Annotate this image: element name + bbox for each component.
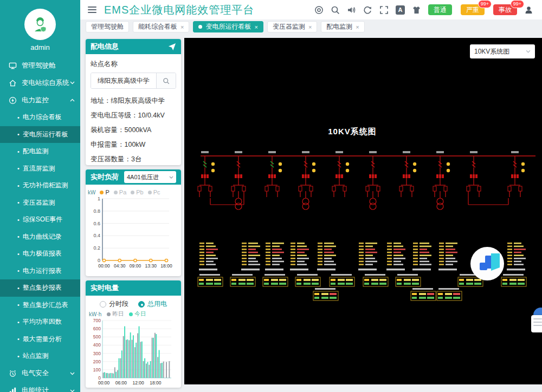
single-line-diagram xyxy=(184,38,542,384)
svg-text:400: 400 xyxy=(93,342,101,348)
refresh-icon[interactable] xyxy=(363,5,372,15)
tab-bar: 管理驾驶舱能耗综合看板×变电所运行看板×变压器监测×配电监测× xyxy=(80,19,542,34)
sidebar-subitem[interactable]: •电力曲线记录 xyxy=(0,228,80,246)
tab-close-icon[interactable]: × xyxy=(308,24,312,30)
svg-text:0.4: 0.4 xyxy=(93,233,100,238)
legend-item-pc[interactable]: Pc xyxy=(148,189,160,195)
realtime-load-card: 实时负荷 4A01低压进 kW P Pa Pb Pc 00.20.40.60.8… xyxy=(86,169,181,276)
badge-count: 99+ xyxy=(478,0,492,8)
svg-text:100: 100 xyxy=(93,367,101,373)
sidebar-item[interactable]: 电气安全 xyxy=(0,365,80,382)
radio-total-usage[interactable]: 总用电 xyxy=(138,299,167,309)
sld-diagram-select[interactable]: 10KV系统图 xyxy=(470,44,535,58)
badge-count: 99+ xyxy=(511,0,524,8)
hamburger-menu-icon[interactable] xyxy=(88,6,96,13)
site-name-label: 站点名称 xyxy=(91,60,176,69)
meeting-logo[interactable] xyxy=(470,247,504,280)
sidebar-subitem[interactable]: •整点集抄汇总表 xyxy=(0,297,80,314)
status-badge[interactable]: 严重99+ xyxy=(461,4,485,15)
transformer-count: 变压器数量：3台 xyxy=(91,152,176,165)
legend-item-pa[interactable]: Pa xyxy=(114,189,126,195)
load-feeder-select[interactable]: 4A01低压进 xyxy=(124,171,176,183)
voltage-level: 变电电压等级：10/0.4kV xyxy=(91,108,176,123)
legend-item-yesterday[interactable]: 昨日 xyxy=(107,310,124,318)
svg-text:1: 1 xyxy=(98,196,100,201)
sidebar-subitem[interactable]: •站点监测 xyxy=(0,348,80,365)
search-icon[interactable] xyxy=(331,5,340,15)
svg-text:500: 500 xyxy=(93,334,101,339)
legend-item-pb[interactable]: Pb xyxy=(131,189,143,195)
sidebar-subitem[interactable]: •变压器监测 xyxy=(0,194,80,212)
avatar xyxy=(24,9,56,40)
sidebar-item[interactable]: 变电站综自系统 xyxy=(0,74,80,92)
tab-item[interactable]: 配电监测× xyxy=(321,21,364,32)
sidebar-subitem[interactable]: •电力极值报表 xyxy=(0,245,80,263)
svg-text:06:00: 06:00 xyxy=(115,380,127,386)
font-size-icon[interactable]: A xyxy=(396,5,405,15)
sidebar-subitem[interactable]: •综保SOE事件 xyxy=(0,211,80,228)
sidebar-subitem[interactable]: •电力综合看板 xyxy=(0,109,80,126)
svg-text:18:00: 18:00 xyxy=(160,263,172,269)
content: 配电信息 站点名称 地址：绵阳东辰高级中学 变电电压等级：10/0.4kV 装机… xyxy=(80,34,542,392)
sidebar: admin 管理驾驶舱变电站综自系统电力监控•电力综合看板•变电所运行看板•配电… xyxy=(0,0,80,392)
svg-text:0: 0 xyxy=(98,258,100,263)
sidebar-subitem[interactable]: •变电所运行看板 xyxy=(0,126,80,143)
site-search-button[interactable] xyxy=(156,73,176,88)
realtime-energy-card: 实时电量 分时段 总用电 kW·h 昨日 今日 0100200300400500… xyxy=(86,280,181,388)
power-icon xyxy=(9,96,17,104)
sidebar-subitem[interactable]: •平均功率因数 xyxy=(0,313,80,331)
sidebar-subitem[interactable]: •最大需量分析 xyxy=(0,331,80,348)
tab-close-icon[interactable]: × xyxy=(180,24,184,30)
tab-item[interactable]: 管理驾驶舱 xyxy=(86,21,129,32)
realtime-energy-title: 实时电量 xyxy=(91,283,119,293)
load-unit-label: kW xyxy=(88,190,95,195)
sidebar-subitem[interactable]: •整点集抄报表 xyxy=(0,279,80,297)
safety-icon xyxy=(9,369,17,377)
sidebar-menu: 管理驾驶舱变电站综自系统电力监控•电力综合看板•变电所运行看板•配电监测•直流屏… xyxy=(0,57,80,392)
site-address: 地址：绵阳东辰高级中学 xyxy=(91,94,176,108)
sidebar-subitem[interactable]: •直流屏监测 xyxy=(0,160,80,178)
svg-text:09:00: 09:00 xyxy=(130,263,141,269)
fullscreen-icon[interactable] xyxy=(379,5,389,15)
topbar: EMS企业微电网能效管理平台 A 普通严重99+事故99+ xyxy=(80,0,542,19)
stats-icon xyxy=(9,387,17,392)
user-icon[interactable] xyxy=(524,5,533,15)
target-icon[interactable] xyxy=(314,5,324,15)
svg-text:00:00: 00:00 xyxy=(98,263,110,269)
status-badge[interactable]: 事故99+ xyxy=(493,4,517,15)
alarm-badges: 普通严重99+事故99+ xyxy=(428,4,517,15)
send-icon[interactable] xyxy=(168,43,176,51)
radio-by-period[interactable]: 分时段 xyxy=(100,299,128,309)
legend-item-today[interactable]: 今日 xyxy=(129,310,146,318)
floating-helper[interactable] xyxy=(526,306,542,337)
sidebar-subitem[interactable]: •无功补偿柜监测 xyxy=(0,177,80,194)
legend-item-p[interactable]: P xyxy=(100,189,109,195)
dashboard-icon xyxy=(9,62,17,70)
tab-item[interactable]: 能耗综合看板× xyxy=(133,21,189,32)
svg-text:0.6: 0.6 xyxy=(93,221,100,226)
sidebar-item[interactable]: 电力监控 xyxy=(0,92,80,109)
svg-text:0.2: 0.2 xyxy=(93,245,100,251)
declared-demand: 申报需量：100kW xyxy=(91,138,176,152)
distribution-info-title: 配电信息 xyxy=(91,42,119,51)
svg-text:700: 700 xyxy=(93,318,101,323)
tab-close-icon[interactable]: × xyxy=(356,24,359,30)
helper-list-icon[interactable] xyxy=(531,315,542,332)
tab-active[interactable]: 变电所运行看板× xyxy=(193,21,263,32)
volume-icon[interactable] xyxy=(347,5,356,15)
realtime-load-title: 实时负荷 xyxy=(91,172,119,182)
status-badge[interactable]: 普通 xyxy=(428,4,452,15)
svg-text:0.8: 0.8 xyxy=(93,208,100,214)
sidebar-subitem[interactable]: •电力运行报表 xyxy=(0,263,80,280)
svg-text:00:00: 00:00 xyxy=(98,380,110,386)
theme-icon[interactable] xyxy=(412,5,421,15)
sidebar-item[interactable]: 电能统计 xyxy=(0,382,80,392)
tab-close-icon[interactable]: × xyxy=(254,24,257,30)
chevron-down-icon xyxy=(526,50,531,53)
energy-unit-label: kW·h xyxy=(89,311,101,317)
sidebar-item[interactable]: 管理驾驶舱 xyxy=(0,57,80,74)
sidebar-subitem[interactable]: •配电监测 xyxy=(0,143,80,160)
svg-text:13:30: 13:30 xyxy=(145,263,157,269)
tab-item[interactable]: 变压器监测× xyxy=(267,21,317,32)
site-name-input[interactable] xyxy=(91,73,156,88)
